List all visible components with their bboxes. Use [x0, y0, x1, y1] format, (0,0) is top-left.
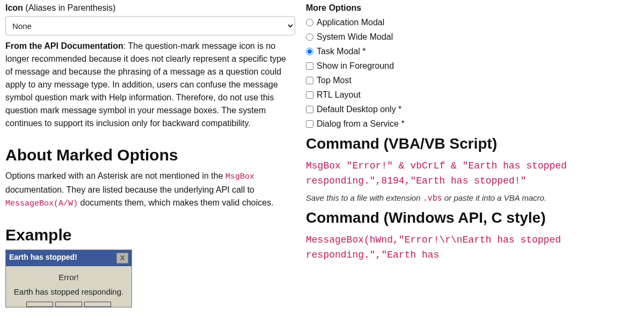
- messagebox-code[interactable]: MessageBox(A/W): [5, 199, 78, 208]
- checkbox-input[interactable]: [306, 62, 313, 70]
- cmd-vba-heading: Command (VBA/VB Script): [306, 135, 636, 152]
- about-paragraph: Options marked with an Asterisk are not …: [5, 170, 293, 210]
- msgbox-button[interactable]: [26, 302, 53, 307]
- msgbox-titlebar: Earth has stopped! X: [6, 250, 131, 266]
- close-icon[interactable]: X: [116, 253, 128, 264]
- checkbox-input[interactable]: [306, 106, 313, 113]
- api-doc-lead: From the API Documentation: [5, 41, 123, 50]
- msgbox-title-text: Earth has stopped!: [9, 253, 77, 264]
- checkbox-input[interactable]: [306, 91, 313, 99]
- msgbox-code[interactable]: MsgBox: [225, 172, 254, 181]
- option-label: Default Desktop only *: [317, 105, 401, 114]
- msgbox-button[interactable]: [84, 302, 111, 307]
- radio-input[interactable]: [306, 33, 313, 41]
- more-options-list: Application ModalSystem Wide ModalTask M…: [306, 18, 636, 129]
- note-ext: .vbs: [423, 193, 442, 203]
- option-label: Top Most: [317, 76, 352, 85]
- checkbox-input[interactable]: [306, 77, 313, 84]
- msgbox-button[interactable]: [55, 302, 82, 307]
- option-label: Dialog from a Service *: [317, 119, 405, 129]
- option-label: Application Modal: [317, 18, 384, 27]
- more-option-2[interactable]: Task Modal *: [306, 47, 636, 56]
- msgbox-body: Error! Earth has stopped responding.: [6, 266, 131, 299]
- more-option-3[interactable]: Show in Foreground: [306, 61, 636, 71]
- about-text-2: documentation. They are listed because t…: [5, 185, 254, 194]
- more-option-4[interactable]: Top Most: [306, 76, 636, 85]
- more-option-5[interactable]: RTL Layout: [306, 90, 636, 100]
- cmd-winapi-code: MessageBox(hWnd,"Error!\r\nEarth has sto…: [306, 233, 636, 263]
- example-heading: Example: [5, 226, 293, 244]
- option-label: Show in Foreground: [317, 61, 394, 71]
- option-label: System Wide Modal: [317, 32, 393, 42]
- api-doc-paragraph: From the API Documentation: The question…: [5, 40, 293, 130]
- radio-input[interactable]: [306, 19, 313, 26]
- about-heading: About Marked Options: [5, 146, 293, 164]
- about-text-1: Options marked with an Asterisk are not …: [5, 171, 225, 180]
- icon-select[interactable]: None: [5, 16, 295, 35]
- cmd-vba-note: Save this to a file with extension .vbs …: [306, 193, 636, 203]
- msgbox-line1: Error!: [10, 273, 127, 282]
- checkbox-input[interactable]: [306, 120, 313, 128]
- more-option-0[interactable]: Application Modal: [306, 18, 636, 27]
- option-label: RTL Layout: [317, 90, 361, 100]
- msgbox-buttons: [6, 299, 131, 307]
- icon-label-paren: (Aliases in Parenthesis): [25, 3, 115, 12]
- more-option-1[interactable]: System Wide Modal: [306, 32, 636, 42]
- note-text-a: Save this to a file with extension: [306, 193, 423, 202]
- more-options-label: More Options: [306, 3, 636, 13]
- option-label: Task Modal *: [317, 47, 366, 56]
- icon-field-label: Icon (Aliases in Parenthesis): [5, 3, 293, 13]
- radio-input[interactable]: [306, 48, 313, 55]
- cmd-winapi-heading: Command (Windows API, C style): [306, 209, 636, 226]
- msgbox-line2: Earth has stopped responding.: [10, 287, 127, 296]
- api-doc-text: : The question-mark message icon is no l…: [5, 41, 286, 128]
- about-text-3: documents them, which makes them valid c…: [78, 198, 274, 207]
- example-msgbox: Earth has stopped! X Error! Earth has st…: [5, 250, 132, 308]
- icon-label-strong: Icon: [5, 3, 23, 12]
- more-option-7[interactable]: Dialog from a Service *: [306, 119, 636, 129]
- note-text-b: or paste it into a VBA macro.: [442, 193, 547, 202]
- cmd-vba-code: MsgBox "Error!" & vbCrLf & "Earth has st…: [306, 159, 636, 189]
- more-option-6[interactable]: Default Desktop only *: [306, 105, 636, 114]
